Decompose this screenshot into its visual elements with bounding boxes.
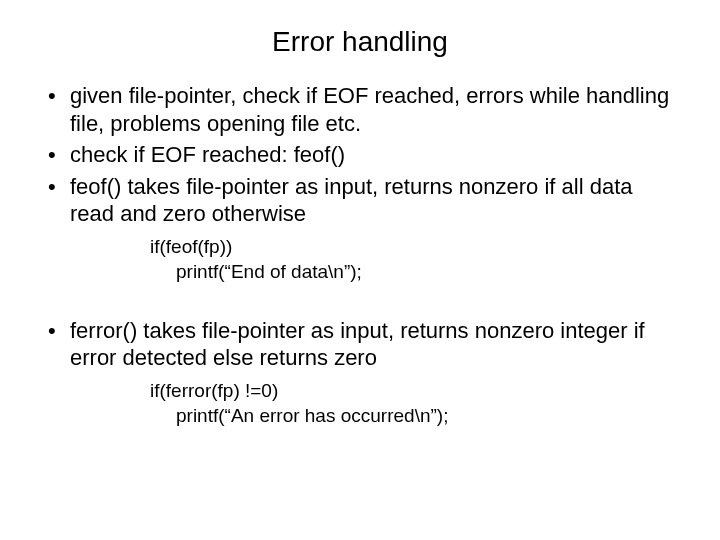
- list-item: feof() takes file-pointer as input, retu…: [38, 173, 682, 228]
- code-example-2: if(ferror(fp) !=0) printf(“An error has …: [150, 378, 690, 429]
- slide: Error handling given file-pointer, check…: [0, 0, 720, 540]
- list-item: check if EOF reached: feof(): [38, 141, 682, 169]
- list-item: ferror() takes file-pointer as input, re…: [38, 317, 682, 372]
- list-item: given file-pointer, check if EOF reached…: [38, 82, 682, 137]
- code-line: if(ferror(fp) !=0): [150, 378, 690, 404]
- bullet-list-1: given file-pointer, check if EOF reached…: [30, 82, 690, 228]
- code-line: printf(“An error has occurred\n”);: [150, 403, 690, 429]
- code-line: if(feof(fp)): [150, 234, 690, 260]
- slide-title: Error handling: [30, 26, 690, 58]
- spacer: [30, 303, 690, 317]
- code-line: printf(“End of data\n”);: [150, 259, 690, 285]
- code-example-1: if(feof(fp)) printf(“End of data\n”);: [150, 234, 690, 285]
- bullet-list-2: ferror() takes file-pointer as input, re…: [30, 317, 690, 372]
